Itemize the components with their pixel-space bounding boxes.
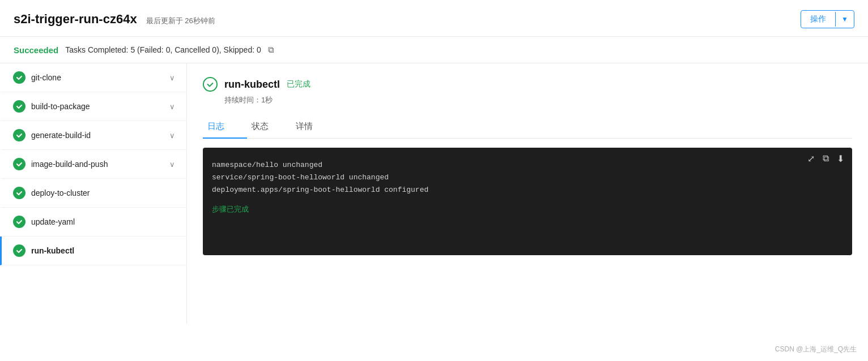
- sidebar-item-build-to-package[interactable]: build-to-package ∨: [0, 92, 186, 121]
- log-completed: 步骤已完成: [212, 204, 843, 214]
- sidebar: git-clone ∨ build-to-package ∨ generate-…: [0, 63, 187, 324]
- sidebar-item-generate-build-id[interactable]: generate-build-id ∨: [0, 121, 186, 150]
- header-left: s2i-trigger-run-cz64x 最后更新于 26秒钟前: [14, 12, 215, 27]
- tab-logs[interactable]: 日志: [203, 115, 247, 139]
- sidebar-item-run-kubectl[interactable]: run-kubectl: [0, 237, 186, 265]
- tab-details[interactable]: 详情: [291, 115, 335, 139]
- sidebar-item-label: image-build-and-push: [31, 160, 164, 169]
- task-duration: 持续时间：1秒: [224, 95, 852, 105]
- sidebar-item-label: build-to-package: [31, 102, 164, 111]
- check-circle-icon: [13, 244, 25, 257]
- check-circle-icon: [13, 158, 25, 170]
- chevron-down-icon: ∨: [169, 131, 175, 140]
- download-icon[interactable]: ⬇: [837, 153, 844, 164]
- actions-button-label: 操作: [801, 11, 835, 28]
- log-container: ⤢ ⧉ ⬇ namespace/hello unchanged service/…: [203, 148, 852, 255]
- check-circle-icon: [13, 71, 25, 84]
- sidebar-item-label: run-kubectl: [31, 246, 175, 255]
- chevron-down-icon: ∨: [169, 74, 175, 82]
- copy-icon[interactable]: ⧉: [268, 45, 274, 55]
- check-circle-icon: [13, 129, 25, 141]
- page-header: s2i-trigger-run-cz64x 最后更新于 26秒钟前 操作 ▼: [0, 0, 868, 37]
- task-success-icon: [203, 77, 218, 92]
- check-circle-icon: [13, 216, 25, 228]
- status-tasks: Tasks Completed: 5 (Failed: 0, Cancelled…: [65, 45, 261, 54]
- status-succeeded: Succeeded: [14, 45, 58, 55]
- chevron-down-icon: ∨: [169, 160, 175, 169]
- chevron-down-icon: ▼: [835, 12, 854, 27]
- tab-status[interactable]: 状态: [247, 115, 291, 139]
- content-area: run-kubectl 已完成 持续时间：1秒 日志 状态 详情 ⤢ ⧉ ⬇ n…: [187, 63, 868, 324]
- sidebar-item-label: update-yaml: [31, 217, 175, 226]
- check-circle-icon: [13, 100, 25, 113]
- last-updated: 最后更新于 26秒钟前: [146, 16, 215, 26]
- tabs: 日志 状态 详情: [203, 115, 852, 139]
- sidebar-item-git-clone[interactable]: git-clone ∨: [0, 63, 186, 92]
- sidebar-item-deploy-to-cluster[interactable]: deploy-to-cluster: [0, 179, 186, 208]
- sidebar-item-label: git-clone: [31, 73, 164, 82]
- sidebar-item-label: deploy-to-cluster: [31, 188, 175, 197]
- actions-button[interactable]: 操作 ▼: [801, 10, 854, 28]
- sidebar-item-label: generate-build-id: [31, 131, 164, 140]
- external-link-icon[interactable]: ⧉: [823, 153, 829, 164]
- sidebar-item-image-build-and-push[interactable]: image-build-and-push ∨: [0, 150, 186, 179]
- log-content: namespace/hello unchanged service/spring…: [212, 159, 843, 196]
- status-bar: Succeeded Tasks Completed: 5 (Failed: 0,…: [0, 37, 868, 63]
- check-circle-icon: [13, 187, 25, 199]
- page-title: s2i-trigger-run-cz64x: [14, 12, 137, 27]
- main-layout: git-clone ∨ build-to-package ∨ generate-…: [0, 63, 868, 324]
- expand-icon[interactable]: ⤢: [807, 153, 815, 164]
- sidebar-item-update-yaml[interactable]: update-yaml: [0, 208, 186, 237]
- task-name: run-kubectl: [224, 79, 280, 91]
- log-toolbar: ⤢ ⧉ ⬇: [807, 153, 844, 164]
- chevron-down-icon: ∨: [169, 102, 175, 111]
- task-header: run-kubectl 已完成: [203, 77, 852, 92]
- task-completed-badge: 已完成: [287, 79, 310, 89]
